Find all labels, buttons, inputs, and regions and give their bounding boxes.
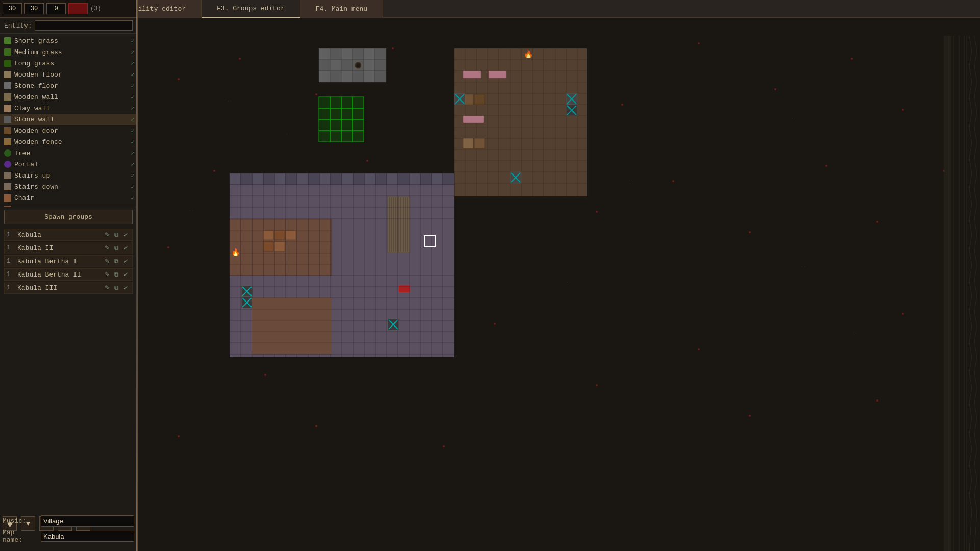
entity-section: Entity: (0, 18, 137, 34)
svg-rect-143 (375, 173, 387, 185)
spawn-num: 1 (7, 244, 15, 252)
svg-rect-72 (319, 119, 330, 131)
entity-item-table[interactable]: Table ✓ (0, 204, 137, 207)
spawn-name: Kabula (17, 231, 100, 239)
spawn-groups-button[interactable]: Spawn groups (4, 210, 133, 224)
bottom-fields: Music: Map name: (3, 515, 134, 546)
svg-rect-133 (263, 173, 274, 185)
music-input[interactable] (41, 515, 134, 527)
entity-check: ✓ (131, 150, 134, 157)
spawn-check-icon[interactable]: ✓ (122, 270, 130, 279)
svg-rect-75 (353, 119, 364, 131)
entity-item-stairs-down[interactable]: Stairs down ✓ (0, 181, 137, 192)
spawn-copy-icon[interactable]: ⧉ (113, 231, 120, 239)
spawn-item-kabula-iii[interactable]: 1 Kabula III ✎ ⧉ ✓ (4, 282, 133, 294)
svg-point-19 (167, 246, 169, 248)
svg-rect-59 (330, 71, 341, 82)
entity-check: ✓ (131, 116, 134, 123)
spawn-name: Kabula III (17, 284, 100, 292)
spawn-copy-icon[interactable]: ⧉ (113, 257, 120, 265)
entity-item-stone-wall[interactable]: Stone wall ✓ (0, 114, 137, 125)
map-area[interactable]: ∙∙ ∙ ∙∙ ∙ ∙∙ ∙ ∙∙ ∙ ∙∙ ∙ ∙∙ (138, 18, 980, 551)
spawn-item-kabula-bertha-ii[interactable]: 1 Kabula Bertha II ✎ ⧉ ✓ (4, 268, 133, 281)
spawn-num: 1 (7, 284, 15, 291)
music-label: Music: (3, 517, 38, 525)
svg-text:∙∙: ∙∙ (227, 98, 232, 103)
spawn-item-kabula-bertha-i[interactable]: 1 Kabula Bertha I ✎ ⧉ ✓ (4, 255, 133, 267)
svg-point-25 (264, 374, 266, 376)
spawn-edit-icon[interactable]: ✎ (103, 244, 111, 252)
svg-rect-132 (252, 173, 263, 185)
entity-item-short-grass[interactable]: Short grass ✓ (0, 35, 137, 46)
spawn-check-icon[interactable]: ✓ (122, 257, 130, 265)
svg-point-14 (366, 160, 368, 162)
svg-rect-64 (319, 97, 330, 108)
entity-item-tree[interactable]: Tree ✓ (0, 147, 137, 159)
svg-rect-57 (375, 60, 386, 71)
mapname-row: Map name: (3, 529, 134, 544)
svg-rect-47 (353, 48, 364, 60)
svg-point-16 (672, 180, 674, 182)
svg-rect-68 (319, 108, 330, 119)
svg-rect-134 (274, 173, 286, 185)
spawn-edit-icon[interactable]: ✎ (103, 284, 111, 292)
entity-item-wooden-floor[interactable]: Wooden floor ✓ (0, 69, 137, 80)
svg-rect-140 (342, 173, 353, 185)
spawn-item-kabula[interactable]: 1 Kabula ✎ ⧉ ✓ (4, 229, 133, 241)
entity-item-portal[interactable]: Portal ✓ (0, 159, 137, 170)
tab-main-menu[interactable]: F4. Main menu (300, 0, 383, 18)
svg-point-32 (443, 445, 445, 447)
mapname-input[interactable] (41, 531, 134, 542)
entity-list: Short grass ✓ Medium grass ✓ Long grass … (0, 34, 137, 207)
svg-rect-136 (297, 173, 308, 185)
entity-item-wooden-door[interactable]: Wooden door ✓ (0, 125, 137, 136)
spawn-copy-icon[interactable]: ⧉ (113, 284, 120, 292)
svg-point-8 (698, 42, 700, 44)
svg-rect-71 (353, 108, 364, 119)
svg-rect-144 (387, 173, 398, 185)
spawn-check-icon[interactable]: ✓ (122, 284, 130, 292)
spawn-copy-icon[interactable]: ⧉ (113, 244, 120, 252)
svg-rect-76 (319, 131, 330, 142)
spawn-edit-icon[interactable]: ✎ (103, 257, 111, 265)
entity-item-stone-floor[interactable]: Stone floor ✓ (0, 80, 137, 91)
entity-name: Portal (14, 161, 128, 168)
spawn-item-kabula-ii[interactable]: 1 Kabula II ✎ ⧉ ✓ (4, 242, 133, 254)
svg-point-2 (239, 58, 241, 60)
spawn-copy-icon[interactable]: ⧉ (113, 270, 120, 279)
svg-rect-184 (274, 242, 285, 251)
map-background: ∙∙ ∙ ∙∙ ∙ ∙∙ ∙ ∙∙ ∙ ∙∙ ∙ ∙∙ (138, 18, 980, 551)
entity-label: Entity: (4, 22, 32, 30)
svg-point-10 (851, 58, 853, 60)
entity-item-stairs-up[interactable]: Stairs up ✓ (0, 170, 137, 181)
svg-rect-44 (319, 48, 330, 60)
svg-point-23 (494, 323, 496, 325)
svg-rect-181 (274, 231, 285, 240)
svg-rect-63 (375, 71, 386, 82)
entity-input[interactable] (35, 20, 133, 31)
counters-bar: 30 30 0 (3) (0, 0, 137, 18)
entity-item-medium-grass[interactable]: Medium grass ✓ (0, 46, 137, 58)
spawn-check-icon[interactable]: ✓ (122, 244, 130, 252)
entity-item-clay-wall[interactable]: Clay wall ✓ (0, 103, 137, 114)
entity-item-wooden-fence[interactable]: Wooden fence ✓ (0, 136, 137, 147)
stone-floor-icon (4, 82, 11, 89)
spawn-check-icon[interactable]: ✓ (122, 231, 130, 239)
svg-point-1 (178, 78, 180, 80)
entity-item-long-grass[interactable]: Long grass ✓ (0, 58, 137, 69)
spawn-num: 1 (7, 271, 15, 278)
spawn-edit-icon[interactable]: ✎ (103, 231, 111, 239)
entity-item-wooden-wall[interactable]: Wooden wall ✓ (0, 91, 137, 103)
topbar: F1. Entity editor F2. Ability editor F3.… (0, 0, 980, 18)
svg-point-27 (596, 384, 598, 386)
tab-groups-editor[interactable]: F3. Groups editor (202, 0, 300, 18)
spawn-edit-icon[interactable]: ✎ (103, 270, 111, 279)
svg-rect-135 (286, 173, 297, 185)
svg-rect-121 (463, 138, 473, 148)
svg-rect-50 (319, 60, 330, 71)
svg-rect-120 (463, 116, 484, 123)
svg-rect-187 (388, 196, 399, 253)
svg-rect-182 (286, 231, 296, 240)
svg-text:∙∙: ∙∙ (801, 264, 806, 269)
entity-item-chair[interactable]: Chair ✓ (0, 192, 137, 204)
